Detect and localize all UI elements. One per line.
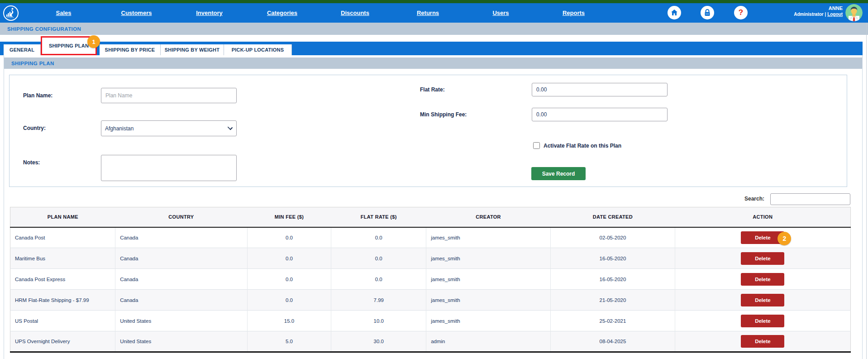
user-avatar[interactable]	[845, 4, 863, 21]
cell-creator: james_smith	[426, 227, 551, 248]
cell-creator: james_smith	[426, 248, 551, 269]
cell-country: United States	[115, 331, 248, 352]
cell-creator: admin	[426, 331, 551, 352]
shipping-plans-table-wrap: PLAN NAME COUNTRY MIN FEE ($) FLAT RATE …	[10, 207, 851, 353]
user-block: ANNE Administrator | Logout	[794, 5, 843, 17]
nav-item-inventory[interactable]: Inventory	[173, 3, 246, 23]
cell-plan: Maritime Bus	[10, 248, 115, 269]
delete-button[interactable]: Delete	[741, 315, 784, 327]
table-row: UPS Overnight Delivery United States 5.0…	[10, 331, 851, 352]
tab-shipping-by-weight[interactable]: SHIPPING BY WEIGHT	[161, 44, 224, 55]
delete-button[interactable]: Delete	[741, 273, 784, 286]
activate-flat-rate-checkbox[interactable]	[533, 142, 540, 149]
country-label: Country:	[23, 125, 46, 131]
breadcrumb-bar: SHIPPING CONFIGURATION	[0, 23, 868, 35]
shipping-plans-table: PLAN NAME COUNTRY MIN FEE ($) FLAT RATE …	[10, 207, 851, 353]
section-title-bar: SHIPPING PLAN	[4, 57, 862, 69]
cell-min-fee: 0.0	[247, 248, 331, 269]
cell-creator: james_smith	[426, 269, 551, 290]
min-shipping-fee-input[interactable]	[532, 108, 668, 121]
nav-item-sales[interactable]: Sales	[27, 3, 100, 23]
table-row: HRM Flat-Rate Shipping - $7.99 Canada 0.…	[10, 290, 851, 311]
activate-flat-rate-row: Activate Flat Rate on this Plan	[533, 142, 621, 149]
save-record-button[interactable]: Save Record	[531, 167, 586, 180]
cell-flat-rate: 7.99	[331, 290, 426, 311]
help-glyph: ?	[739, 8, 743, 17]
min-shipping-fee-label: Min Shipping Fee:	[420, 111, 467, 118]
breadcrumb: SHIPPING CONFIGURATION	[7, 26, 81, 32]
tab-general[interactable]: GENERAL	[4, 44, 41, 55]
cell-creator: james_smith	[426, 311, 551, 331]
delete-button[interactable]: Delete	[741, 252, 784, 265]
tab-shipping-by-price[interactable]: SHIPPING BY PRICE	[100, 44, 161, 55]
section-title: SHIPPING PLAN	[11, 61, 54, 66]
cell-min-fee: 0.0	[247, 269, 331, 290]
nav-item-reports[interactable]: Reports	[537, 3, 610, 23]
flat-rate-input[interactable]	[532, 83, 668, 96]
cell-plan: Canada Post Express	[10, 269, 115, 290]
nav-item-discounts[interactable]: Discounts	[319, 3, 391, 23]
shipping-plan-form: Plan Name: Country: Afghanistan Notes: F…	[9, 75, 847, 187]
tab-pick-up-locations[interactable]: PICK-UP LOCATIONS	[224, 44, 292, 55]
cell-plan: HRM Flat-Rate Shipping - $7.99	[10, 290, 115, 311]
cell-flat-rate: 30.0	[331, 331, 426, 352]
container-border-left	[4, 55, 4, 359]
delete-button[interactable]: Delete	[741, 294, 784, 306]
cell-country: Canada	[115, 248, 248, 269]
plan-name-input[interactable]	[101, 88, 237, 103]
cell-creator: james_smith	[426, 290, 551, 311]
cell-action: Delete	[675, 269, 850, 290]
nav-menu: Sales Customers Inventory Categories Dis…	[27, 3, 610, 23]
user-role-logout: Administrator | Logout	[794, 12, 843, 18]
cell-flat-rate: 0.0	[331, 227, 426, 248]
cell-plan: Canada Post	[10, 227, 115, 248]
annotation-badge-2: 2	[777, 232, 791, 245]
user-role: Administrator	[794, 12, 824, 17]
app-logo-icon[interactable]	[3, 5, 19, 21]
container-border-right	[862, 55, 863, 359]
nav-item-users[interactable]: Users	[464, 3, 537, 23]
table-row: Canada Post Canada 0.0 0.0 james_smith 0…	[10, 227, 851, 248]
col-flat-rate: FLAT RATE ($)	[331, 207, 426, 227]
col-creator: CREATOR	[426, 207, 551, 227]
home-icon[interactable]	[668, 6, 681, 19]
cell-plan: US Postal	[10, 311, 115, 331]
logout-link[interactable]: Logout	[827, 12, 843, 17]
country-select[interactable]: Afghanistan	[101, 120, 237, 136]
cell-flat-rate: 0.0	[331, 269, 426, 290]
table-header-row: PLAN NAME COUNTRY MIN FEE ($) FLAT RATE …	[10, 207, 851, 227]
page-edge-line	[866, 23, 867, 359]
cell-action: Delete	[675, 331, 850, 352]
cell-date: 08-04-2025	[551, 331, 675, 352]
nav-item-customers[interactable]: Customers	[100, 3, 173, 23]
cell-date: 21-05-2020	[551, 290, 675, 311]
delete-button[interactable]: Delete	[741, 335, 784, 348]
table-row: Canada Post Express Canada 0.0 0.0 james…	[10, 269, 851, 290]
lock-icon[interactable]	[701, 6, 714, 19]
user-name: ANNE	[794, 5, 843, 12]
cell-country: Canada	[115, 227, 248, 248]
table-row: US Postal United States 15.0 10.0 james_…	[10, 311, 851, 331]
cell-date: 16-05-2020	[551, 269, 675, 290]
cell-min-fee: 5.0	[247, 331, 331, 352]
nav-item-returns[interactable]: Returns	[391, 3, 464, 23]
top-green-strip	[0, 0, 868, 3]
col-plan-name: PLAN NAME	[10, 207, 115, 227]
search-label: Search:	[744, 196, 764, 202]
cell-min-fee: 0.0	[247, 227, 331, 248]
country-select-wrap: Afghanistan	[101, 120, 237, 136]
cell-date: 25-02-2021	[551, 311, 675, 331]
notes-textarea[interactable]	[101, 155, 237, 181]
search-input[interactable]	[770, 193, 850, 205]
col-min-fee: MIN FEE ($)	[247, 207, 331, 227]
annotation-badge-1: 1	[87, 35, 100, 48]
nav-item-categories[interactable]: Categories	[246, 3, 319, 23]
help-icon[interactable]: ?	[734, 6, 748, 19]
cell-date: 02-05-2020	[551, 227, 675, 248]
flat-rate-label: Flat Rate:	[420, 86, 445, 93]
col-action: ACTION	[675, 207, 850, 227]
tab-strip: GENERAL SHIPPING PLAN SHIPPING BY PRICE …	[0, 42, 863, 55]
cell-flat-rate: 10.0	[331, 311, 426, 331]
cell-plan: UPS Overnight Delivery	[10, 331, 115, 352]
col-date-created: DATE CREATED	[551, 207, 675, 227]
